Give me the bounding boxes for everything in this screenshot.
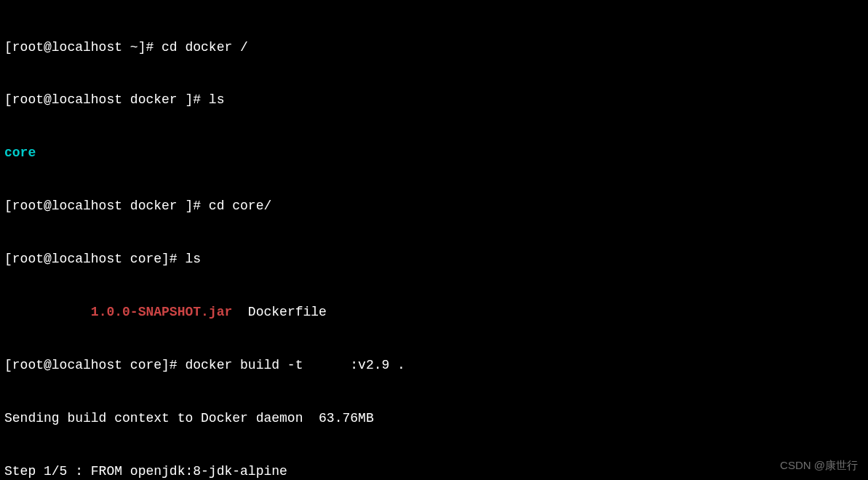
prompt-docker-build: [root@localhost core]# docker build -t :… — [4, 356, 864, 374]
output-ls-files: 1.0.0-SNAPSHOT.jar Dockerfile — [4, 303, 864, 321]
output-core-dir: core — [4, 144, 864, 161]
output-step-1: Step 1/5 : FROM openjdk:8-jdk-alpine — [4, 463, 864, 480]
prompt-ls-docker: [root@localhost docker ]# ls — [4, 91, 864, 108]
prompt-cd-core: [root@localhost docker ]# cd core/ — [4, 197, 864, 215]
watermark-text: CSDN @康世行 — [780, 458, 858, 473]
jar-file: 1.0.0-SNAPSHOT.jar — [4, 305, 232, 319]
dockerfile-name: Dockerfile — [232, 305, 327, 319]
terminal-window[interactable]: [root@localhost ~]# cd docker / [root@lo… — [4, 3, 864, 480]
prompt-ls-core: [root@localhost core]# ls — [4, 250, 864, 268]
output-sending-context: Sending build context to Docker daemon 6… — [4, 409, 864, 427]
prompt-cd-docker: [root@localhost ~]# cd docker / — [4, 39, 864, 56]
